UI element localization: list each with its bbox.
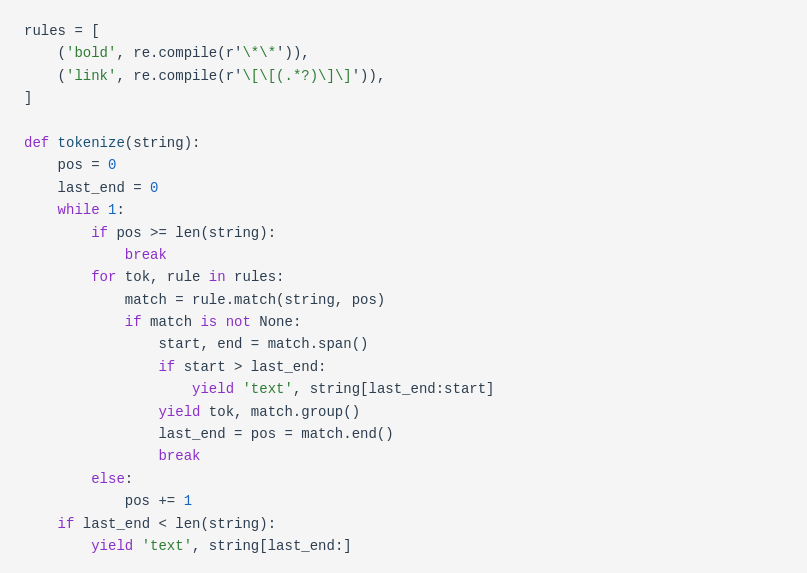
code-line: if match is not None: <box>24 311 783 333</box>
code-line: ('bold', re.compile(r'\*\*')), <box>24 42 783 64</box>
code-line: last_end = 0 <box>24 177 783 199</box>
code-line: yield 'text', string[last_end:start] <box>24 378 783 400</box>
code-line: break <box>24 244 783 266</box>
code-line: else: <box>24 468 783 490</box>
code-line: ] <box>24 87 783 109</box>
code-line: rules = [ <box>24 20 783 42</box>
code-line: last_end = pos = match.end() <box>24 423 783 445</box>
code-line: pos += 1 <box>24 490 783 512</box>
code-line: if pos >= len(string): <box>24 222 783 244</box>
code-line: while 1: <box>24 199 783 221</box>
code-line: match = rule.match(string, pos) <box>24 289 783 311</box>
code-line: break <box>24 445 783 467</box>
code-line: if start > last_end: <box>24 356 783 378</box>
code-line: for tok, rule in rules: <box>24 266 783 288</box>
code-line: start, end = match.span() <box>24 333 783 355</box>
code-editor: rules = [ ('bold', re.compile(r'\*\*')),… <box>0 0 807 573</box>
code-line: ('link', re.compile(r'\[\[(.*?)\]\]')), <box>24 65 783 87</box>
code-line: pos = 0 <box>24 154 783 176</box>
code-line: yield 'text', string[last_end:] <box>24 535 783 557</box>
code-line: if last_end < len(string): <box>24 513 783 535</box>
code-line: yield tok, match.group() <box>24 401 783 423</box>
code-line: def tokenize(string): <box>24 132 783 154</box>
code-line <box>24 110 783 132</box>
